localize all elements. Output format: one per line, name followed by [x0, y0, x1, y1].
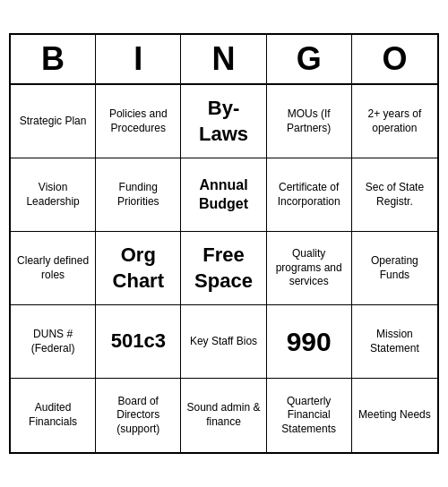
grid-cell-2: By-Laws: [181, 85, 266, 158]
grid-cell-23: Quarterly Financial Statements: [267, 379, 352, 452]
grid-cell-10: Clearly defined roles: [11, 232, 96, 305]
grid-cell-7: Annual Budget: [181, 158, 266, 232]
grid-cell-9: Sec of State Registr.: [352, 158, 437, 232]
grid-cell-3: MOUs (If Partners): [267, 85, 352, 158]
bingo-grid: Strategic PlanPolicies and ProceduresBy-…: [11, 85, 437, 452]
grid-cell-22: Sound admin & finance: [181, 379, 266, 452]
grid-cell-11: Org Chart: [96, 232, 181, 305]
grid-cell-12: Free Space: [181, 232, 266, 305]
grid-cell-17: Key Staff Bios: [181, 305, 266, 379]
header-cell-b: B: [11, 35, 96, 83]
bingo-card: BINGO Strategic PlanPolicies and Procedu…: [9, 33, 439, 454]
grid-cell-24: Meeting Needs: [352, 379, 437, 452]
grid-cell-15: DUNS # (Federal): [11, 305, 96, 379]
grid-cell-19: Mission Statement: [352, 305, 437, 379]
grid-cell-20: Audited Financials: [11, 379, 96, 452]
header-cell-o: O: [352, 35, 437, 83]
grid-cell-4: 2+ years of operation: [352, 85, 437, 158]
grid-cell-18: 990: [267, 305, 352, 379]
grid-cell-16: 501c3: [96, 305, 181, 379]
grid-cell-1: Policies and Procedures: [96, 85, 181, 158]
grid-cell-6: Funding Priorities: [96, 158, 181, 232]
grid-cell-0: Strategic Plan: [11, 85, 96, 158]
header-cell-g: G: [267, 35, 352, 83]
grid-cell-13: Quality programs and services: [267, 232, 352, 305]
header-cell-n: N: [181, 35, 266, 83]
header-cell-i: I: [96, 35, 181, 83]
grid-cell-5: Vision Leadership: [11, 158, 96, 232]
grid-cell-21: Board of Directors (support): [96, 379, 181, 452]
bingo-header: BINGO: [11, 35, 437, 85]
grid-cell-14: Operating Funds: [352, 232, 437, 305]
grid-cell-8: Certificate of Incorporation: [267, 158, 352, 232]
